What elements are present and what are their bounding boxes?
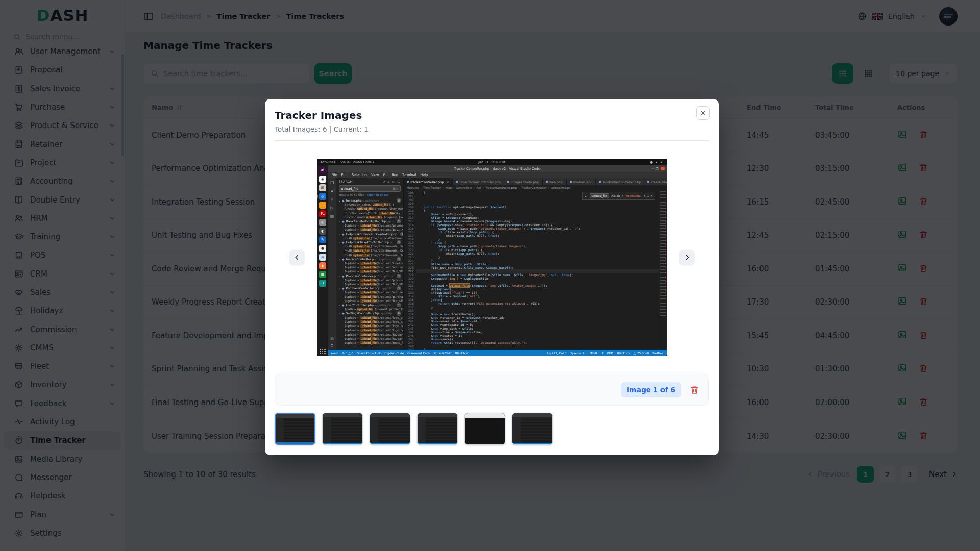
status-item[interactable]: ⊘ 0 △ 0 [342,352,353,355]
search-result-match[interactable]: $upload = upload_file($request,'logo_lig… [338,324,403,328]
status-item[interactable]: Blackbox [455,352,469,355]
search-result-file[interactable]: ⌄●HelpdeskConversionController.phpapp...… [338,232,403,236]
thumbnail-1[interactable] [275,413,315,445]
menu-edit[interactable]: Edit [341,173,348,177]
status-item[interactable]: Comment Code [407,352,430,355]
search-result-match[interactable]: $upload = upload_file($request,'invoice_… [338,261,403,265]
search-result-match[interactable]: $upload = upload_file($request,'logo_dar… [338,316,403,320]
search-result-match[interactable]: multi_upload_file($file,'attachments', $… [338,253,403,257]
editor-tab-trackercontroller-php[interactable]: TrackerController.php✕ [404,178,453,185]
menu-terminal[interactable]: Terminal [402,173,416,177]
dock-icon-sheets[interactable]: ▦ [319,271,326,278]
search-result-match[interactable]: $upload = upload_file($request,'favicon'… [338,333,403,337]
dock-icon-sublime[interactable]: S [319,202,326,209]
search-result-file[interactable]: ⌄●HelpdeskTicketController.phpapp/...3 [338,240,403,244]
search-result-file[interactable]: ⌄●PurchaseController.phpapp/Http/C...3 [338,286,403,290]
editor-tab-web-php[interactable]: web.php [543,178,567,185]
breadcrumb-segment[interactable]: Controllers [456,186,472,189]
breadcrumb-segment[interactable]: TrackerController.php [485,186,517,189]
search-result-match[interactable]: $upload = upload_file($request,'file',$f… [338,299,403,303]
delete-image-button[interactable] [690,385,699,395]
search-result-match[interactable]: $upload = upload_file($request,'add_rece… [338,290,403,294]
status-item[interactable]: PHP [607,352,613,355]
breadcrumb-segment[interactable]: uploadImage [551,186,570,189]
search-result-match[interactable]: if (function_exists('upload_file')) { [338,203,403,207]
dock-icon-files[interactable]: ▤ [319,184,326,191]
thumbnail-4[interactable] [417,413,458,445]
breadcrumb-segment[interactable]: Modules [407,186,419,189]
dock-icon-firefox[interactable]: ◗ [319,262,326,269]
search-result-match[interactable]: $path = upload_file($request,'profile',$… [338,307,403,311]
dock-icon-dash[interactable]: D [319,280,326,287]
editor-tab-images-blade-php[interactable]: images.blade.php [504,178,543,185]
status-item[interactable]: main [331,352,338,355]
dock-icon-screenshot[interactable]: ◎ [319,219,326,226]
editor-tab-create-blade-php[interactable]: create.blade.php [644,178,666,185]
search-result-match[interactable]: multi_upload_file($file,'attachments', $… [338,248,403,253]
thumbnail-6[interactable] [512,413,553,445]
dock-icon-gimp[interactable]: ◐ [319,228,326,235]
vscode-search-input[interactable]: upload_file⇅ ⌗ [339,185,401,192]
search-result-file[interactable]: ⌄●helper.phpapp/Helpers8 [338,198,403,203]
thumbnail-5[interactable] [464,413,505,445]
search-result-match[interactable]: $upload = upload_file($request,'meta_ima… [338,341,403,345]
status-item[interactable]: Prettier [652,352,663,355]
search-result-match[interactable]: $upload = upload_file($request,'file',$f… [338,269,403,273]
menu-run[interactable]: Run [391,173,398,177]
status-item[interactable]: UTF-8 [588,352,597,355]
breadcrumb-segment[interactable]: Api [476,186,481,189]
search-result-match[interactable]: $upload = upload_file($request,'add_rece… [338,265,403,269]
close-modal-button[interactable]: ✕ [696,106,710,120]
dock-icon-vscode[interactable]: ◇ [319,193,326,200]
search-result-match[interactable]: function upload_file($request, $key_name… [338,207,403,211]
breadcrumb-segment[interactable]: TrackerController [521,186,546,189]
thumbnail-2[interactable] [322,413,363,445]
editor-tab-timetrackercontroller-php[interactable]: TimeTrackerController.php [453,178,504,185]
dock-icon-github[interactable]: ● [319,245,326,252]
activity-icon-4[interactable]: ▦ [330,214,334,218]
next-image-button[interactable] [679,249,695,265]
breadcrumb-segment[interactable]: TimeTracker [423,186,441,189]
status-item[interactable]: Explain Code [384,352,404,355]
search-result-match[interactable]: $upload = upload_file($request,'logo_lig… [338,328,403,332]
open-in-editor-link[interactable]: Open in editor [368,193,389,196]
search-result-match[interactable]: $upload = upload_file($request,'favicon'… [338,337,403,341]
search-result-match[interactable]: $upload = upload_file($request,'file',$f… [338,282,403,286]
dock-icon-slack[interactable]: ⌘ [319,167,326,174]
minimap[interactable] [659,190,667,350]
search-result-file[interactable]: ⌄●ProposalController.phpapp/Http/Co...2 [338,274,403,278]
search-result-match[interactable]: multi_upload_file($file,'reply_attachmen… [338,236,403,240]
activity-bottom-icon-0[interactable]: ◍ [330,336,334,341]
search-result-match[interactable]: $upload = upload_file($request,'logo_dar… [338,320,403,324]
status-item[interactable]: Ln 227, Col 1 [547,352,567,355]
activity-icon-0[interactable]: ❐ [330,181,334,185]
activity-bottom-icon-1[interactable]: ⚙ [330,343,334,348]
search-result-file[interactable]: ⌄●SettingsController.phpapp/Http/Co...8 [338,311,403,315]
search-result-file[interactable]: ⌄●UserController.phpapp/Http/Contro...1 [338,303,403,307]
search-result-file[interactable]: ⌄●InvoiceController.phpapp/Http/Con...3 [338,257,403,261]
search-result-match[interactable]: (function_exists('multi_upload_file')) { [338,211,403,215]
editor-tab-module-json[interactable]: module.json [567,178,596,185]
menu-go[interactable]: Go [383,173,387,177]
activity-icon-3[interactable]: ▷ [330,206,333,210]
search-result-match[interactable]: multi_upload_file($file,'attachments', $… [338,244,403,248]
dock-icon-chrome[interactable]: ◉ [319,176,326,183]
menu-selection[interactable]: Selection [352,173,367,177]
status-item[interactable]: Kodezi Chat [434,352,451,355]
menu-view[interactable]: View [371,173,379,177]
search-result-match[interactable]: $upload = upload_file($request,'proposal… [338,278,403,282]
status-item[interactable]: Spaces: 4 [570,352,584,355]
activity-icon-2[interactable]: ⑂ [331,197,333,202]
search-result-match[interactable]: $upload = upload_file($request,'payment_… [338,223,403,228]
search-result-match[interactable]: $upload = upload_file($request,'purchase… [338,295,403,299]
status-item[interactable]: Share Code Link [357,352,381,355]
dock-icon-filezilla[interactable]: Fz [319,210,326,217]
status-item[interactable]: Blackbox [617,352,630,355]
thumbnail-3[interactable] [370,413,410,445]
activity-icon-1[interactable]: ⌕ [331,189,333,194]
menu-file[interactable]: File [332,173,337,177]
search-result-match[interactable]: $upload = upload_file($request,'pay... × [338,228,403,232]
editor-tab-tourdetailcontroller-php[interactable]: TourDetailController.php [596,178,644,185]
status-item[interactable]: LF [600,352,604,355]
breadcrumb-segment[interactable]: Http [445,186,452,189]
